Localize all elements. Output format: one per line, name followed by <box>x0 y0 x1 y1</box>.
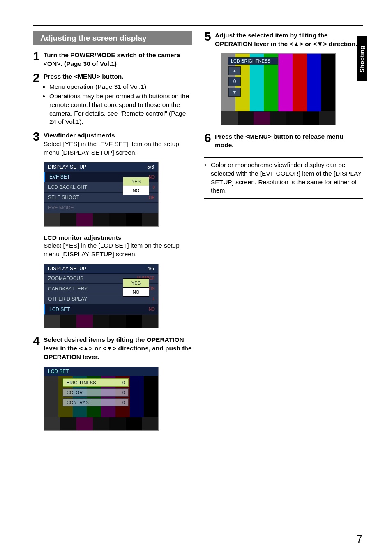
screenshot-lcd-brightness: LCD BRIGHTNESS ▲ 0 ▼ <box>221 53 336 125</box>
row-value: NO <box>149 175 155 179</box>
menu-row-evf-mode: EVF MODE <box>44 203 158 213</box>
row-value: 0 <box>122 390 125 395</box>
yes-no-popup: YES NO <box>123 278 149 297</box>
osd-body: BRIGHTNESS0 COLOR0 CONTRAST0 <box>44 376 158 417</box>
row-label: SELF SHOOT <box>48 195 79 200</box>
step-4: 4 Select desired items by tilting the OP… <box>33 336 192 362</box>
osd-body: EVF SETNO LCD BACKLIGHT0 SELF SHOOTOR EV… <box>44 172 158 213</box>
side-tab-label: Shooting <box>359 46 365 72</box>
sub-heading: LCD monitor adjustments <box>44 234 192 241</box>
step-title: Select desired items by tilting the OPER… <box>44 336 192 362</box>
page: Shooting Adjusting the screen display 1 … <box>0 0 392 557</box>
screenshot-lcd-set: LCD SET BRIGHTNESS0 COLOR0 CONTRAST0 <box>44 367 159 431</box>
step-number: 1 <box>33 50 44 63</box>
step-number: 4 <box>33 335 44 347</box>
list-item: Operations may be performed with buttons… <box>49 92 192 127</box>
step-3-sub: LCD monitor adjustments Select [YES] in … <box>44 234 192 259</box>
row-label: EVF MODE <box>48 205 74 211</box>
step-number: 2 <box>33 72 44 84</box>
row-label: ZOOM&FOCUS <box>48 276 83 281</box>
row-label: COLOR <box>67 390 83 395</box>
osd-footer-bars <box>44 417 158 430</box>
row-label: LCD SET <box>49 306 70 312</box>
arrow-up-button[interactable]: ▲ <box>228 66 241 75</box>
menu-row-color[interactable]: COLOR0 <box>63 388 129 397</box>
step-2-bullets: Menu operation (Page 31 of Vol.1) Operat… <box>49 83 192 127</box>
row-value: OR <box>149 195 155 200</box>
yes-no-popup: YES NO <box>123 177 149 195</box>
osd-title: DISPLAY SETUP <box>48 164 86 170</box>
osd-page-indicator: 5/6 <box>147 164 154 170</box>
page-number: 7 <box>357 533 362 545</box>
bullet-icon: • <box>204 161 211 195</box>
section-heading: Adjusting the screen display <box>33 31 192 45</box>
sub-text: Select [YES] in the [LCD SET] item on th… <box>44 241 192 259</box>
content-columns: Adjusting the screen display 1 Turn the … <box>33 31 363 438</box>
step-text: Select [YES] in the [EVF SET] item on th… <box>44 140 192 157</box>
option-yes[interactable]: YES <box>123 279 149 287</box>
osd-body: LCD BRIGHTNESS ▲ 0 ▼ <box>221 54 335 111</box>
top-rule <box>33 25 363 26</box>
step-title: Turn the POWER/MODE switch of the camera… <box>44 51 192 68</box>
right-column: 5 Adjust the selected item by tilting th… <box>204 31 363 438</box>
option-no[interactable]: NO <box>123 186 149 195</box>
osd-header: DISPLAY SETUP 5/6 <box>44 162 158 172</box>
option-yes[interactable]: YES <box>123 177 149 186</box>
menu-row-brightness[interactable]: BRIGHTNESS0 <box>63 378 129 387</box>
menu-row-lcd-set[interactable]: LCD SETNO <box>44 304 158 315</box>
row-value: 0 <box>152 185 155 190</box>
left-column: Adjusting the screen display 1 Turn the … <box>33 31 192 438</box>
osd-title: LCD SET <box>44 367 158 376</box>
row-label: OTHER DISPLAY <box>48 296 87 302</box>
step-1: 1 Turn the POWER/MODE switch of the came… <box>33 51 192 68</box>
screenshot-display-setup-4-6: DISPLAY SETUP 4/6 ZOOM&FOCUSNUMBER CARD&… <box>44 264 159 328</box>
lcd-set-list: BRIGHTNESS0 COLOR0 CONTRAST0 <box>63 378 129 408</box>
step-2: 2 Press the <MENU> button. Menu operatio… <box>33 72 192 128</box>
row-label: CONTRAST <box>67 400 92 405</box>
row-value: 0 <box>122 400 125 405</box>
step-5: 5 Adjust the selected item by tilting th… <box>204 31 363 49</box>
arrow-down-button[interactable]: ▼ <box>228 88 241 97</box>
note-text: Color or monochrome viewfinder display c… <box>211 161 363 195</box>
menu-row-contrast[interactable]: CONTRAST0 <box>63 398 129 406</box>
list-item: Menu operation (Page 31 of Vol.1) <box>49 83 192 91</box>
step-title: Press the <MENU> button to release menu … <box>215 132 363 150</box>
row-label: BRIGHTNESS <box>67 380 96 385</box>
option-no[interactable]: NO <box>123 288 149 296</box>
row-label: CARD&BATTERY <box>48 286 88 292</box>
step-number: 3 <box>33 130 44 143</box>
osd-body: ZOOM&FOCUSNUMBER CARD&BATTERYON OTHER DI… <box>44 274 158 315</box>
row-value: 0 <box>122 380 125 385</box>
step-6: 6 Press the <MENU> button to release men… <box>204 132 363 150</box>
step-number: 6 <box>204 132 215 144</box>
osd-footer-bars <box>44 213 158 226</box>
osd-footer-bars <box>44 315 158 328</box>
row-value: ON <box>149 286 155 291</box>
row-value: L <box>152 297 155 301</box>
step-title: Press the <MENU> button. <box>44 72 192 81</box>
osd-footer-bars <box>221 111 335 125</box>
step-number: 5 <box>204 30 215 43</box>
step-title: Adjust the selected item by tilting the … <box>215 31 363 49</box>
osd-header: DISPLAY SETUP 4/6 <box>44 264 158 274</box>
step-3: 3 Viewfinder adjustments Select [YES] in… <box>33 131 192 157</box>
screenshot-display-setup-5-6: DISPLAY SETUP 5/6 EVF SETNO LCD BACKLIGH… <box>44 162 159 227</box>
step-title: Viewfinder adjustments <box>44 131 192 140</box>
note-block: • Color or monochrome viewfinder display… <box>204 157 363 199</box>
row-label: EVF SET <box>49 174 70 180</box>
row-label: LCD BACKLIGHT <box>48 184 87 190</box>
row-value: NO <box>149 307 155 311</box>
osd-page-indicator: 4/6 <box>147 266 154 272</box>
osd-title: LCD BRIGHTNESS <box>228 57 278 65</box>
osd-title: DISPLAY SETUP <box>48 266 86 272</box>
brightness-control: LCD BRIGHTNESS ▲ 0 ▼ <box>228 57 278 97</box>
brightness-value: 0 <box>228 77 241 86</box>
section-side-tab: Shooting <box>357 36 367 81</box>
